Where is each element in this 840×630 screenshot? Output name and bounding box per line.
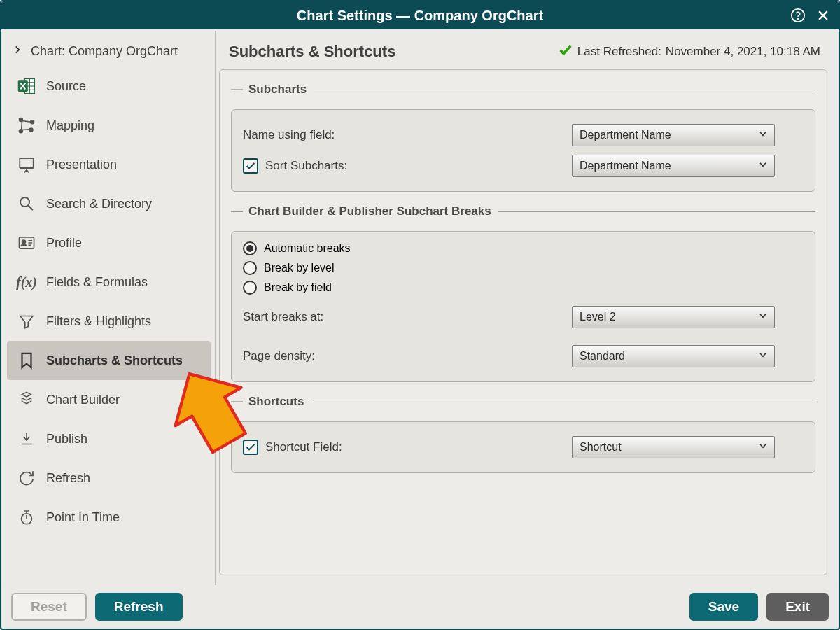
profile-card-icon (17, 234, 36, 252)
radio-break-by-field[interactable]: Break by field (243, 281, 804, 295)
formula-icon: f(x) (17, 274, 36, 290)
sidebar-item-fields-formulas[interactable]: f(x) Fields & Formulas (7, 262, 211, 302)
svg-point-11 (29, 128, 33, 132)
name-using-select[interactable]: Department Name (572, 124, 775, 146)
bookmark-icon (17, 351, 36, 370)
publish-icon (17, 430, 36, 448)
sort-subcharts-checkbox[interactable] (243, 158, 258, 174)
sidebar: Chart: Company OrgChart Source (3, 31, 216, 585)
sidebar-item-profile[interactable]: Profile (7, 223, 211, 262)
search-icon (17, 195, 36, 213)
sidebar-item-point-in-time[interactable]: Point In Time (7, 498, 211, 537)
chart-name-row[interactable]: Chart: Company OrgChart (3, 36, 215, 66)
close-icon[interactable] (815, 7, 832, 24)
sidebar-item-chart-builder[interactable]: Chart Builder (7, 380, 211, 419)
page-title: Subcharts & Shortcuts (229, 43, 396, 61)
main-pane: Subcharts & Shortcuts Last Refreshed: No… (216, 31, 837, 585)
blocks-icon (17, 391, 36, 409)
sort-subcharts-select[interactable]: Department Name (572, 155, 775, 177)
window-title: Chart Settings — Company OrgChart (1, 8, 839, 24)
group-subcharts: Name using field: Department Name (231, 109, 816, 192)
sidebar-item-label: Profile (46, 236, 82, 251)
sidebar-item-label: Source (46, 79, 86, 94)
sidebar-item-mapping[interactable]: Mapping (7, 106, 211, 145)
sidebar-item-presentation[interactable]: Presentation (7, 145, 211, 184)
sidebar-item-label: Filters & Highlights (46, 314, 151, 329)
sort-subcharts-label: Sort Subcharts: (265, 159, 347, 173)
exit-button[interactable]: Exit (766, 593, 829, 621)
sidebar-item-label: Refresh (46, 471, 90, 486)
page-density-select[interactable]: Standard (572, 345, 775, 368)
checkmark-icon (558, 42, 573, 61)
sidebar-item-search-directory[interactable]: Search & Directory (7, 184, 211, 223)
shortcut-field-checkbox[interactable] (243, 440, 258, 455)
group-title-shortcuts: — Shortcuts (231, 395, 816, 409)
svg-point-15 (22, 240, 26, 244)
last-refreshed: Last Refreshed: November 4, 2021, 10:18 … (558, 42, 820, 61)
sidebar-item-filters-highlights[interactable]: Filters & Highlights (7, 302, 211, 341)
presentation-icon (17, 155, 36, 174)
radio-break-by-level[interactable]: Break by level (243, 261, 804, 275)
sidebar-item-subcharts-shortcuts[interactable]: Subcharts & Shortcuts (7, 341, 211, 380)
radio-automatic-breaks[interactable]: Automatic breaks (243, 241, 804, 255)
shortcut-field-label: Shortcut Field: (265, 440, 342, 454)
chevron-right-icon (13, 43, 22, 59)
chart-name-label: Chart: Company OrgChart (31, 44, 178, 59)
svg-rect-12 (20, 158, 34, 167)
sidebar-item-publish[interactable]: Publish (7, 419, 211, 458)
sidebar-item-label: Mapping (46, 118, 94, 133)
sidebar-item-label: Search & Directory (46, 197, 152, 211)
mapping-icon (17, 116, 36, 134)
filter-icon (17, 313, 36, 330)
group-title-subcharts: — Subcharts (231, 83, 816, 97)
svg-point-1 (797, 18, 798, 19)
reset-button: Reset (11, 593, 87, 621)
sidebar-item-label: Publish (46, 432, 88, 447)
refresh-icon (17, 470, 36, 486)
sidebar-item-label: Subcharts & Shortcuts (46, 354, 183, 368)
page-density-label: Page density: (243, 349, 315, 363)
group-shortcuts: Shortcut Field: Shortcut (231, 421, 816, 473)
sidebar-item-label: Chart Builder (46, 393, 120, 407)
start-breaks-label: Start breaks at: (243, 310, 323, 324)
chevron-down-icon (757, 160, 769, 172)
group-title-breaks: — Chart Builder & Publisher Subchart Bre… (231, 204, 816, 218)
title-bar: Chart Settings — Company OrgChart (1, 1, 839, 29)
save-button[interactable]: Save (690, 593, 758, 621)
excel-icon (17, 76, 36, 96)
svg-point-10 (31, 120, 34, 124)
sidebar-item-label: Fields & Formulas (46, 275, 148, 290)
chevron-down-icon (757, 129, 769, 141)
chevron-down-icon (757, 350, 769, 363)
chevron-down-icon (757, 311, 769, 323)
start-breaks-select[interactable]: Level 2 (572, 306, 775, 328)
group-breaks: Automatic breaks Break by level Break by… (231, 231, 816, 382)
sidebar-item-refresh[interactable]: Refresh (7, 458, 211, 498)
svg-point-13 (20, 197, 29, 206)
help-icon[interactable] (790, 7, 806, 24)
sidebar-item-label: Point In Time (46, 510, 120, 525)
chevron-down-icon (757, 441, 769, 454)
sidebar-item-source[interactable]: Source (7, 66, 211, 106)
sidebar-item-label: Presentation (46, 158, 117, 172)
footer: Reset Refresh Save Exit (3, 587, 837, 627)
stopwatch-icon (17, 508, 36, 526)
shortcut-field-select[interactable]: Shortcut (572, 436, 775, 458)
name-using-label: Name using field: (243, 128, 335, 142)
refresh-button[interactable]: Refresh (95, 593, 183, 621)
